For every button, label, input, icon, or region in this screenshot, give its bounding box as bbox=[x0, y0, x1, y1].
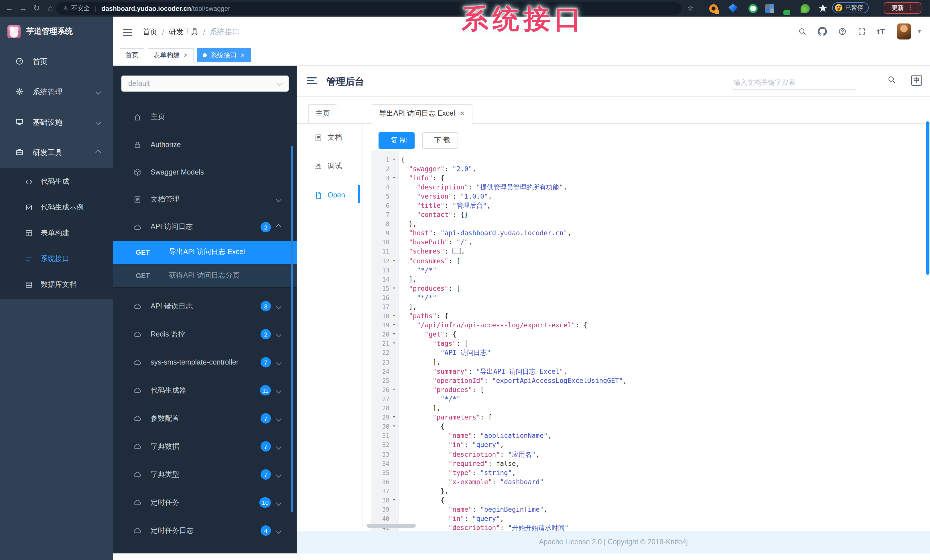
sidebar-subitem-0[interactable]: 代码生成 bbox=[0, 169, 113, 195]
address-bar[interactable]: ⚠ 不安全 | dashboard.yudao.iocoder.cn /tool… bbox=[56, 2, 682, 15]
extension-icon-5[interactable] bbox=[783, 4, 792, 13]
github-icon[interactable] bbox=[818, 27, 827, 36]
api-nav-item-b9[interactable]: 岗位 bbox=[113, 545, 297, 553]
doc-nav-Open[interactable]: Open bbox=[297, 181, 360, 209]
doc-tab-1[interactable]: 导出API 访问日志 Excel✕ bbox=[372, 104, 473, 123]
sidebar-subitem-4[interactable]: 数据库文档 bbox=[0, 272, 113, 298]
close-icon[interactable]: ✕ bbox=[183, 52, 188, 58]
fold-icon[interactable]: ▾ bbox=[390, 321, 399, 330]
api-group-select[interactable]: default bbox=[122, 75, 289, 91]
api-nav-item-0[interactable]: 主页 bbox=[113, 103, 297, 131]
download-button[interactable]: 下 载 bbox=[422, 132, 459, 149]
fold-icon[interactable]: ▾ bbox=[390, 256, 399, 265]
close-icon[interactable]: ✕ bbox=[460, 110, 465, 117]
api-nav-item-b4[interactable]: 参数配置7 bbox=[113, 404, 297, 433]
api-nav-item-b7[interactable]: 定时任务10 bbox=[113, 488, 297, 517]
fold-icon[interactable]: ▾ bbox=[390, 284, 399, 293]
update-button[interactable]: 更新 ⋮ bbox=[884, 2, 921, 14]
home-icon[interactable]: ⌂ bbox=[45, 0, 56, 17]
fold-icon[interactable]: ▾ bbox=[390, 311, 399, 321]
app-logo[interactable]: 芋道管理系统 bbox=[0, 17, 113, 46]
page-scrollbar[interactable] bbox=[926, 121, 929, 275]
line-number: 26 bbox=[371, 385, 390, 394]
close-icon[interactable]: ✕ bbox=[240, 52, 245, 58]
models-icon bbox=[134, 168, 143, 176]
back-icon[interactable]: ← bbox=[3, 0, 15, 17]
tags-view: 首页表单构建✕系统接口✕ bbox=[120, 48, 251, 62]
api-nav-item-b2[interactable]: sys-sms-template-controller7 bbox=[113, 348, 297, 376]
fold-icon bbox=[390, 357, 399, 367]
api-operation-1[interactable]: GET获得API 访问日志分页 bbox=[113, 264, 297, 288]
extension-icon-2[interactable] bbox=[728, 4, 738, 13]
collapse-icon[interactable] bbox=[307, 77, 317, 84]
extension-icon-4[interactable] bbox=[765, 4, 774, 13]
fullscreen-icon[interactable] bbox=[858, 28, 866, 35]
font-size-icon[interactable]: tT bbox=[877, 27, 885, 36]
sidebar-item-2[interactable]: 基础设施 bbox=[0, 107, 113, 137]
doc-tab-0[interactable]: 主页 bbox=[308, 104, 337, 123]
api-nav-item-2[interactable]: Swagger Models bbox=[113, 158, 297, 186]
extension-icon-7[interactable] bbox=[818, 4, 827, 13]
fold-icon[interactable]: ▾ bbox=[390, 413, 399, 422]
api-nav-item-b5[interactable]: 字典数据7 bbox=[113, 433, 297, 460]
tag-label: 表单构建 bbox=[154, 51, 180, 60]
browser-menu-icon[interactable]: ⋮ bbox=[907, 4, 913, 11]
fold-icon[interactable]: ▾ bbox=[390, 339, 399, 348]
fold-icon[interactable]: ▾ bbox=[390, 496, 399, 505]
user-avatar[interactable] bbox=[897, 23, 911, 40]
doc-search-icon[interactable] bbox=[888, 75, 896, 83]
breadcrumb-link[interactable]: 首页 bbox=[143, 27, 157, 37]
sidebar-item-1[interactable]: 系统管理 bbox=[0, 77, 113, 107]
hamburger-icon[interactable] bbox=[123, 29, 132, 36]
language-icon[interactable]: 中 bbox=[911, 75, 922, 86]
copy-button[interactable]: 复 制 bbox=[379, 132, 415, 149]
fold-icon[interactable]: ▾ bbox=[390, 330, 399, 339]
sidebar-subitem-2[interactable]: 表单构建 bbox=[0, 220, 113, 246]
breadcrumb-link[interactable]: 研发工具 bbox=[169, 27, 199, 37]
api-nav-item-b1[interactable]: Redis 监控2 bbox=[113, 320, 297, 348]
fold-icon[interactable]: ▾ bbox=[390, 155, 399, 164]
api-nav-item-b0[interactable]: API 错误日志3 bbox=[113, 292, 297, 320]
api-nav-item-1[interactable]: Authorize bbox=[113, 131, 297, 158]
question-icon[interactable] bbox=[838, 28, 846, 35]
tag-2[interactable]: 系统接口✕ bbox=[197, 48, 251, 62]
extension-icon-6[interactable] bbox=[801, 4, 810, 13]
extension-icon-3[interactable] bbox=[748, 4, 758, 13]
editor-horizontal-scrollbar[interactable] bbox=[366, 523, 416, 527]
tag-1[interactable]: 表单构建✕ bbox=[148, 48, 194, 62]
token: "应用名" bbox=[508, 450, 536, 458]
token: "applicationName" bbox=[480, 432, 547, 440]
search-icon[interactable] bbox=[798, 28, 806, 35]
token: "1.0.0" bbox=[460, 192, 488, 200]
sidebar-subitem-1[interactable]: 代码生成示例 bbox=[0, 195, 113, 220]
tag-0[interactable]: 首页 bbox=[120, 48, 144, 62]
forward-icon[interactable]: → bbox=[17, 0, 29, 17]
api-nav-item-b8[interactable]: 定时任务日志4 bbox=[113, 517, 297, 545]
doc-search-input[interactable] bbox=[733, 78, 856, 90]
api-operation-0[interactable]: GET导出API 访问日志 Excel bbox=[113, 241, 297, 264]
extension-icon-1[interactable] bbox=[709, 4, 718, 13]
avatar-caret-icon[interactable]: ▼ bbox=[917, 29, 922, 34]
api-nav-item-b3[interactable]: 代码生成器11 bbox=[113, 376, 297, 404]
api-nav-item-4[interactable]: API 访问日志2 bbox=[113, 213, 297, 241]
chevron-down-icon bbox=[276, 387, 282, 393]
doc-nav-文档[interactable]: 文档 bbox=[297, 123, 360, 152]
api-nav-item-3[interactable]: 文档管理 bbox=[113, 186, 297, 213]
api-nav-item-b6[interactable]: 字典类型7 bbox=[113, 460, 297, 488]
fold-icon[interactable]: ▾ bbox=[390, 385, 399, 394]
token: "name" bbox=[448, 432, 472, 440]
collapsed-fold-box[interactable] bbox=[453, 248, 461, 255]
doc-nav-调试[interactable]: 调试 bbox=[297, 152, 360, 181]
reload-icon[interactable]: ↻ bbox=[31, 0, 42, 17]
fold-icon[interactable]: ▾ bbox=[390, 173, 399, 182]
api-sidebar-scrollbar[interactable] bbox=[291, 146, 293, 512]
sidebar-subitem-3[interactable]: 系统接口 bbox=[0, 246, 113, 272]
fold-icon[interactable]: ▾ bbox=[390, 422, 399, 431]
token: }, bbox=[401, 487, 448, 495]
bookmark-star-icon[interactable]: ☆ bbox=[687, 0, 694, 17]
token: "开始开始请求时间" bbox=[508, 524, 569, 531]
sidebar-item-0[interactable]: 首页 bbox=[0, 46, 113, 77]
sidebar-item-3[interactable]: 研发工具 bbox=[0, 137, 113, 168]
paused-extension-chip[interactable]: 已暂停 bbox=[832, 2, 868, 13]
json-editor[interactable]: 1▾{2 "swagger": "2.0",3▾ "info": {4 "des… bbox=[371, 150, 930, 531]
